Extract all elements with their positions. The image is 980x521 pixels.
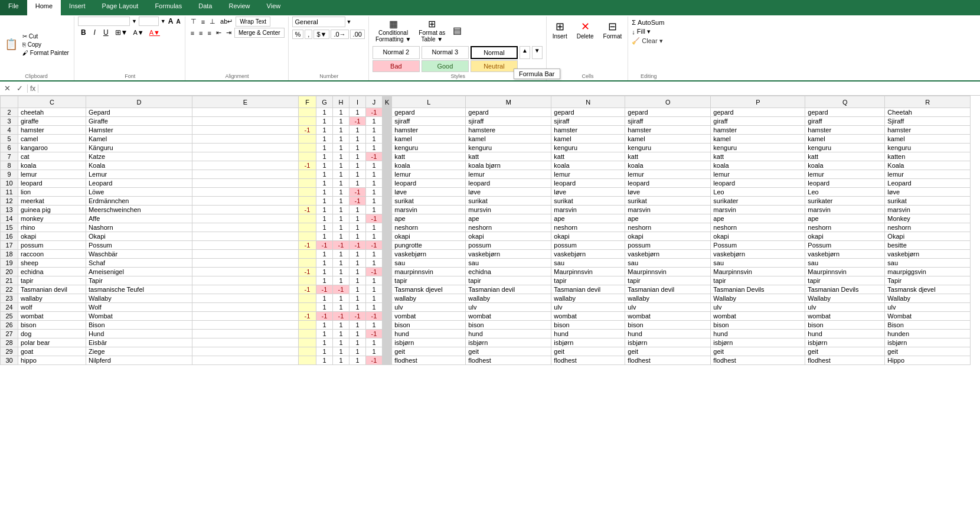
table-cell-numeric[interactable]: 1 xyxy=(333,206,349,214)
table-cell[interactable]: gepard xyxy=(392,108,466,117)
table-cell-numeric[interactable]: -1 xyxy=(366,108,383,117)
table-cell[interactable]: hamster xyxy=(885,126,971,135)
table-cell[interactable]: wallaby xyxy=(18,294,86,303)
table-cell[interactable] xyxy=(192,276,299,285)
table-cell-numeric[interactable]: 1 xyxy=(316,330,333,338)
table-row[interactable]: 13guinea pigMeerschweinchen-11111marsvin… xyxy=(1,206,971,214)
table-cell[interactable]: flodhest xyxy=(805,356,885,365)
table-cell-numeric[interactable]: 1 xyxy=(316,356,333,365)
table-cell[interactable] xyxy=(192,294,299,303)
table-cell[interactable]: vaskebjørn xyxy=(466,250,551,259)
table-cell[interactable]: sau xyxy=(625,259,711,268)
table-cell[interactable]: okapi xyxy=(18,232,86,241)
table-row[interactable]: 3giraffeGiraffe11-11sjiraffsjiraffsjiraf… xyxy=(1,117,971,126)
font-size-input[interactable]: 11 xyxy=(139,17,159,26)
table-cell-numeric[interactable]: -1 xyxy=(316,285,333,294)
table-cell[interactable]: leopard xyxy=(392,179,466,188)
table-cell[interactable]: bison xyxy=(466,321,551,330)
percent-button[interactable]: % xyxy=(292,30,304,39)
table-cell[interactable] xyxy=(192,232,299,241)
table-cell[interactable]: vaskebjørn xyxy=(625,250,711,259)
table-cell[interactable]: katt xyxy=(392,152,466,161)
table-cell[interactable]: gepard xyxy=(625,108,711,117)
fill-button[interactable]: ↓ Fill ▾ xyxy=(632,28,664,35)
table-cell[interactable]: camel xyxy=(18,135,86,144)
table-cell[interactable]: kamel xyxy=(885,135,971,144)
table-cell[interactable]: hippo xyxy=(18,356,86,365)
table-cell-numeric[interactable]: 1 xyxy=(349,206,366,214)
table-row[interactable]: 26bisonBison1111bisonbisonbisonbisonbiso… xyxy=(1,321,971,330)
table-cell-numeric[interactable] xyxy=(299,347,316,356)
table-cell[interactable]: hamster xyxy=(711,126,805,135)
table-cell[interactable]: kamel xyxy=(625,135,711,144)
table-cell[interactable]: tapir xyxy=(392,276,466,285)
table-cell-numeric[interactable]: 1 xyxy=(366,250,383,259)
table-cell[interactable]: Monkey xyxy=(885,214,971,223)
table-cell[interactable] xyxy=(192,241,299,250)
table-cell[interactable]: ulv xyxy=(805,303,885,312)
table-cell-numeric[interactable] xyxy=(299,197,316,206)
table-cell-numeric[interactable]: 1 xyxy=(316,108,333,117)
table-cell[interactable]: ape xyxy=(466,214,551,223)
table-cell[interactable]: hund xyxy=(805,330,885,338)
table-cell-numeric[interactable]: 1 xyxy=(316,259,333,268)
table-row[interactable]: 20echidnaAmeisenigel-1111-1maurpinnsvine… xyxy=(1,268,971,276)
table-cell-numeric[interactable] xyxy=(299,214,316,223)
text-direction-button[interactable]: ab↵ xyxy=(218,17,234,26)
table-cell[interactable]: Tasmanian devil xyxy=(466,285,551,294)
table-cell-numeric[interactable]: 1 xyxy=(333,144,349,152)
table-row[interactable]: 7catKatze111-1kattkattkattkattkattkattka… xyxy=(1,152,971,161)
table-cell[interactable]: koala xyxy=(805,161,885,170)
table-row[interactable]: 16okapiOkapi1111okapiokapiokapiokapiokap… xyxy=(1,232,971,241)
table-cell-numeric[interactable]: 1 xyxy=(316,170,333,179)
table-cell[interactable]: Tasmanian devil xyxy=(625,285,711,294)
table-cell[interactable]: isbjørn xyxy=(711,338,805,347)
table-cell[interactable]: mursvin xyxy=(466,206,551,214)
table-cell[interactable] xyxy=(192,268,299,276)
table-cell-numeric[interactable]: 1 xyxy=(349,152,366,161)
table-cell[interactable]: Maurpinnsvin xyxy=(625,268,711,276)
table-cell[interactable] xyxy=(192,161,299,170)
table-cell[interactable]: hamster xyxy=(18,126,86,135)
table-cell[interactable]: lemur xyxy=(466,170,551,179)
table-cell[interactable]: Maurpinnsvin xyxy=(551,268,625,276)
table-cell[interactable]: sau xyxy=(551,259,625,268)
fill-color-button[interactable]: A▼ xyxy=(132,28,146,37)
table-cell[interactable]: Schaf xyxy=(86,259,192,268)
table-cell-numeric[interactable]: -1 xyxy=(316,312,333,321)
table-cell-numeric[interactable]: 1 xyxy=(349,250,366,259)
table-cell[interactable]: vaskebjørn xyxy=(885,250,971,259)
table-cell[interactable]: kenguru xyxy=(625,144,711,152)
table-cell[interactable]: isbjørn xyxy=(885,338,971,347)
table-cell-numeric[interactable]: 1 xyxy=(316,338,333,347)
table-cell[interactable]: Possum xyxy=(805,241,885,250)
table-cell-numeric[interactable]: -1 xyxy=(349,312,366,321)
table-cell-numeric[interactable]: 1 xyxy=(333,303,349,312)
table-cell-numeric[interactable] xyxy=(299,135,316,144)
table-cell[interactable]: ulv xyxy=(625,303,711,312)
table-cell[interactable]: goat xyxy=(18,347,86,356)
italic-button[interactable]: I xyxy=(91,27,99,38)
table-cell[interactable]: possum xyxy=(551,241,625,250)
formula-confirm-button[interactable]: ✓ xyxy=(15,84,25,93)
conditional-formatting-button[interactable]: ▦ ConditionalFormatting ▼ xyxy=(373,17,414,44)
table-cell[interactable]: vaskebjørn xyxy=(711,250,805,259)
align-bottom-button[interactable]: ⊥ xyxy=(208,17,217,26)
table-cell[interactable] xyxy=(192,312,299,321)
table-row[interactable]: 22Tasmanian deviltasmanische Teufel-1-1-… xyxy=(1,285,971,294)
table-cell[interactable]: ape xyxy=(625,214,711,223)
table-cell-numeric[interactable]: 1 xyxy=(366,338,383,347)
col-header-q[interactable]: Q xyxy=(805,96,885,108)
cut-button[interactable]: ✂ Cut xyxy=(21,32,70,40)
table-cell[interactable]: Koala xyxy=(86,161,192,170)
table-cell-numeric[interactable] xyxy=(299,170,316,179)
table-cell[interactable]: bison xyxy=(551,321,625,330)
table-cell[interactable] xyxy=(192,347,299,356)
table-cell[interactable]: Possum xyxy=(86,241,192,250)
table-cell[interactable]: Tapir xyxy=(86,276,192,285)
currency-button[interactable]: $▼ xyxy=(313,30,329,39)
table-cell-numeric[interactable]: -1 xyxy=(366,356,383,365)
table-cell-numeric[interactable]: 1 xyxy=(316,347,333,356)
table-cell[interactable]: tapir xyxy=(551,276,625,285)
table-cell-numeric[interactable]: 1 xyxy=(333,197,349,206)
